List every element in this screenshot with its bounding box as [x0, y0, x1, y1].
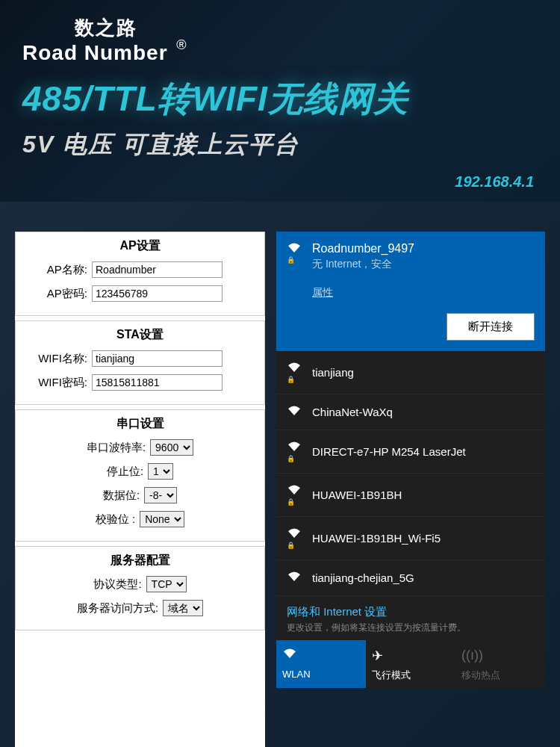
- connected-status: 无 Internet，安全: [312, 258, 414, 271]
- brand-logo: 数之路 Road Number ®: [22, 15, 538, 65]
- tab-label: WLAN: [282, 669, 360, 680]
- wifi-pwd-label: WIFI密码:: [25, 376, 92, 390]
- hotspot-tab[interactable]: ((ı)) 移动热点: [455, 640, 545, 688]
- wifi-network-item[interactable]: 🔒 DIRECT-e7-HP M254 LaserJet: [276, 430, 545, 474]
- proto-select[interactable]: TCP: [146, 576, 187, 592]
- baud-label: 串口波特率:: [87, 441, 150, 455]
- connected-name: Roadnumber_9497: [312, 242, 414, 255]
- product-title: 485/TTL转WIFI无线网关: [22, 76, 538, 123]
- network-name: HUAWEI-1B91BH: [312, 489, 402, 501]
- data-select[interactable]: -8-: [144, 487, 177, 503]
- airplane-tab[interactable]: ✈ 飞行模式: [366, 640, 455, 688]
- wifi-name-label: WIFI名称:: [25, 352, 92, 366]
- promo-header: 数之路 Road Number ® 485/TTL转WIFI无线网关 5V 电压…: [0, 0, 560, 202]
- airplane-icon: ✈: [372, 648, 449, 663]
- wifi-network-item[interactable]: tianjiang-chejian_5G: [276, 560, 545, 596]
- serial-section: 串口设置 串口波特率: 9600 停止位: 1 数据位: -8- 校验位 : N…: [15, 409, 265, 542]
- ip-address: 192.168.4.1: [455, 173, 534, 190]
- logo-english: Road Number: [22, 41, 168, 64]
- wifi-icon: [282, 648, 360, 663]
- available-networks: 🔒 tianjiang ChinaNet-WaXq 🔒 DIRECT-e7-HP…: [276, 351, 545, 596]
- hotspot-icon: ((ı)): [461, 648, 539, 663]
- stop-label: 停止位:: [107, 465, 148, 479]
- network-name: DIRECT-e7-HP M254 LaserJet: [312, 445, 466, 458]
- wifi-network-item[interactable]: ChinaNet-WaXq: [276, 394, 545, 430]
- tab-label: 飞行模式: [372, 669, 449, 682]
- wifi-icon: [287, 405, 303, 419]
- ap-name-input[interactable]: [92, 261, 223, 278]
- server-section: 服务器配置 协议类型: TCP 服务器访问方式: 域名: [15, 546, 265, 630]
- ap-title: AP设置: [25, 238, 255, 254]
- wifi-network-item[interactable]: 🔒 HUAWEI-1B91BH: [276, 474, 545, 517]
- settings-description: 更改设置，例如将某连接设置为按流量计费。: [287, 622, 535, 634]
- baud-select[interactable]: 9600: [150, 439, 193, 456]
- network-settings[interactable]: 网络和 Internet 设置 更改设置，例如将某连接设置为按流量计费。: [276, 596, 545, 640]
- access-select[interactable]: 域名: [163, 600, 203, 616]
- serial-title: 串口设置: [25, 416, 255, 432]
- wifi-secure-icon: 🔒: [287, 362, 303, 383]
- network-name: HUAWEI-1B91BH_Wi-Fi5: [312, 532, 441, 545]
- wifi-name-input[interactable]: [92, 350, 223, 367]
- ap-name-label: AP名称:: [25, 263, 92, 277]
- logo-chinese: 数之路: [75, 15, 538, 41]
- sta-section: STA设置 WIFI名称: WIFI密码:: [15, 320, 265, 405]
- wlan-tab[interactable]: WLAN: [276, 640, 366, 688]
- server-title: 服务器配置: [25, 553, 255, 568]
- proto-label: 协议类型:: [93, 577, 146, 592]
- ap-pwd-label: AP密码:: [25, 287, 92, 301]
- wifi-flyout: 🔒 Roadnumber_9497 无 Internet，安全 属性 断开连接 …: [276, 232, 545, 747]
- wifi-network-item[interactable]: 🔒 tianjiang: [276, 351, 545, 394]
- ap-section: AP设置 AP名称: AP密码:: [15, 232, 265, 316]
- wifi-icon: [287, 571, 303, 585]
- tab-label: 移动热点: [461, 669, 539, 682]
- access-label: 服务器访问方式:: [77, 601, 163, 616]
- stop-select[interactable]: 1: [148, 463, 173, 480]
- wifi-network-item[interactable]: 🔒 HUAWEI-1B91BH_Wi-Fi5: [276, 517, 545, 560]
- parity-select[interactable]: None: [140, 511, 184, 527]
- settings-link[interactable]: 网络和 Internet 设置: [287, 605, 535, 619]
- wifi-secure-icon: 🔒: [287, 242, 303, 264]
- wifi-secure-icon: 🔒: [287, 441, 303, 462]
- network-name: tianjiang-chejian_5G: [312, 571, 414, 584]
- network-name: tianjiang: [312, 366, 354, 379]
- registered-mark: ®: [176, 37, 186, 53]
- properties-link[interactable]: 属性: [312, 286, 535, 300]
- connected-network[interactable]: 🔒 Roadnumber_9497 无 Internet，安全 属性 断开连接: [276, 232, 545, 351]
- disconnect-button[interactable]: 断开连接: [447, 313, 535, 341]
- quick-action-tabs: WLAN ✈ 飞行模式 ((ı)) 移动热点: [276, 640, 545, 688]
- network-name: ChinaNet-WaXq: [312, 406, 393, 418]
- data-label: 数据位:: [103, 489, 144, 503]
- ap-pwd-input[interactable]: [92, 285, 223, 302]
- product-subtitle: 5V 电压 可直接上云平台: [22, 128, 538, 161]
- parity-label: 校验位 :: [96, 512, 140, 527]
- wifi-secure-icon: 🔒: [287, 527, 303, 549]
- config-form: AP设置 AP名称: AP密码: STA设置 WIFI名称: WIFI密码: 串…: [15, 232, 265, 747]
- sta-title: STA设置: [25, 327, 255, 343]
- wifi-pwd-input[interactable]: [92, 374, 223, 391]
- wifi-secure-icon: 🔒: [287, 484, 303, 506]
